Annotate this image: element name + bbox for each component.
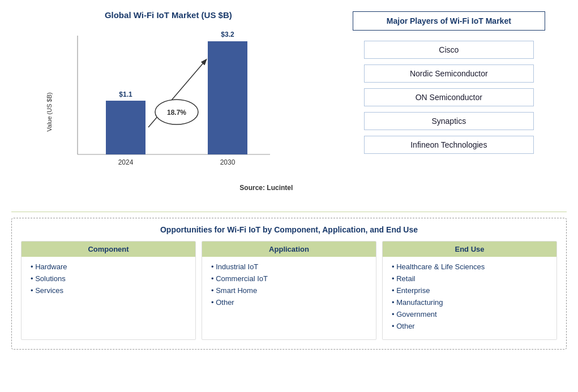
top-section: Global Wi-Fi IoT Market (US $B) Value (U… — [11, 6, 567, 209]
year-2030-label: 2030 — [220, 158, 236, 166]
chart-wrapper: Value (US $B) $1.1 2024 $3.2 2030 — [44, 24, 293, 183]
component-column: Component Hardware Solutions Services — [21, 241, 196, 340]
application-item-3: Other — [209, 298, 369, 307]
player-item-3: Synaptics — [364, 112, 534, 130]
component-item-1: Solutions — [28, 274, 189, 283]
enduse-column: End Use Healthcare & Life Sciences Retai… — [382, 241, 557, 340]
application-header: Application — [202, 242, 376, 257]
player-item-2: ON Semiconductor — [364, 88, 534, 106]
enduse-item-4: Government — [389, 310, 550, 318]
application-item-2: Smart Home — [209, 286, 369, 295]
bar-2024-label: $1.1 — [119, 91, 133, 98]
application-body: Industrial IoT Commercial IoT Smart Home… — [202, 257, 376, 316]
players-title: Major Players of Wi-Fi IoT Market — [353, 11, 545, 31]
bar-2024 — [106, 101, 145, 154]
enduse-body: Healthcare & Life Sciences Retail Enterp… — [383, 257, 556, 339]
enduse-item-2: Enterprise — [389, 286, 550, 295]
chart-title: Global Wi-Fi IoT Market (US $B) — [105, 10, 232, 20]
players-area: Major Players of Wi-Fi IoT Market Cisco … — [326, 6, 567, 209]
bottom-section: Opportunities for Wi-Fi IoT by Component… — [11, 218, 567, 350]
chart-source: Source: Lucintel — [44, 184, 293, 192]
enduse-item-1: Retail — [389, 274, 550, 283]
component-item-0: Hardware — [28, 262, 189, 271]
player-item-4: Infineon Technologies — [364, 136, 534, 154]
year-2024-label: 2024 — [118, 158, 134, 166]
application-item-1: Commercial IoT — [209, 274, 369, 283]
application-column: Application Industrial IoT Commercial Io… — [202, 241, 376, 340]
enduse-item-0: Healthcare & Life Sciences — [389, 262, 550, 271]
component-header: Component — [22, 242, 195, 257]
bar-2030 — [208, 41, 247, 154]
player-item-1: Nordic Semiconductor — [364, 64, 534, 83]
component-item-2: Services — [28, 286, 189, 295]
section-divider — [11, 212, 567, 212]
bar-chart: Value (US $B) $1.1 2024 $3.2 2030 — [44, 24, 293, 183]
bar-2030-label: $3.2 — [221, 31, 235, 38]
enduse-item-3: Manufacturing — [389, 298, 550, 307]
component-body: Hardware Solutions Services — [22, 257, 195, 304]
chart-area: Global Wi-Fi IoT Market (US $B) Value (U… — [11, 6, 326, 209]
enduse-header: End Use — [383, 242, 556, 257]
enduse-item-5: Other — [389, 322, 550, 330]
application-item-0: Industrial IoT — [209, 262, 369, 271]
y-axis-label: Value (US $B) — [46, 92, 53, 132]
main-container: Global Wi-Fi IoT Market (US $B) Value (U… — [0, 0, 578, 392]
cagr-label: 18.7% — [167, 109, 186, 117]
opportunities-title: Opportunities for Wi-Fi IoT by Component… — [21, 225, 557, 234]
player-item-0: Cisco — [364, 41, 534, 59]
columns-row: Component Hardware Solutions Services Ap… — [21, 241, 557, 340]
